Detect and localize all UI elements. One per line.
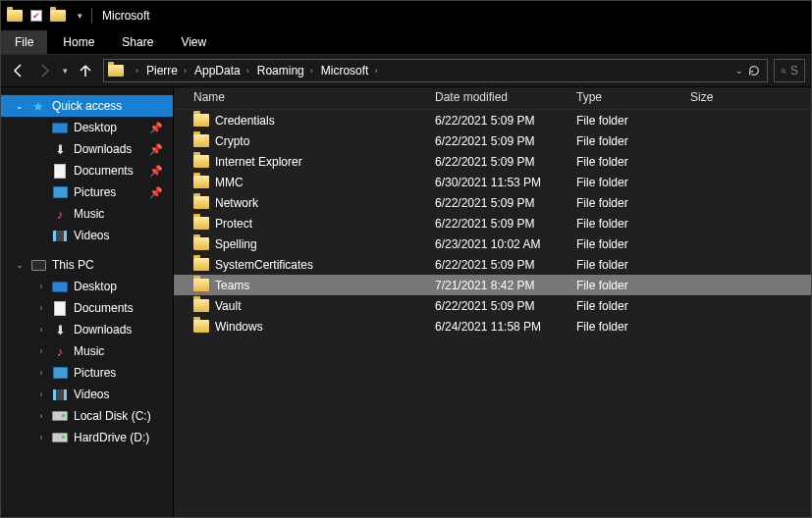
pin-icon: 📌 — [149, 143, 163, 156]
table-row[interactable]: Windows6/24/2021 11:58 PMFile folder — [174, 316, 811, 337]
forward-button[interactable] — [32, 57, 56, 84]
folder-icon — [193, 319, 209, 335]
table-row[interactable]: Crypto6/22/2021 5:09 PMFile folder — [174, 130, 811, 151]
sidebar-item-pictures[interactable]: ›Pictures — [1, 362, 173, 384]
table-row[interactable]: MMC6/30/2021 11:53 PMFile folder — [174, 172, 811, 192]
sidebar-item-label: Music — [74, 207, 173, 221]
music-icon: ♪ — [52, 206, 68, 222]
file-type: File folder — [570, 114, 684, 128]
nav-pane: ⌄ ★ Quick access Desktop📌⬇Downloads📌Docu… — [1, 87, 174, 518]
sidebar-item-downloads[interactable]: ⬇Downloads📌 — [1, 138, 173, 160]
folder-icon — [193, 113, 209, 129]
new-folder-icon[interactable] — [50, 8, 66, 24]
sidebar-item-documents[interactable]: ›Documents — [1, 297, 173, 319]
search-box[interactable]: S — [774, 59, 805, 82]
file-name: Network — [215, 196, 258, 210]
pic-icon — [52, 184, 68, 200]
sidebar-item-videos[interactable]: Videos — [1, 225, 173, 246]
file-type: File folder — [570, 320, 684, 334]
address-dropdown-icon[interactable]: ⌄ — [735, 66, 743, 76]
file-date: 6/24/2021 11:58 PM — [429, 320, 570, 334]
table-row[interactable]: Network6/22/2021 5:09 PMFile folder — [174, 192, 811, 213]
column-headers: Name Date modified Type Size — [174, 87, 811, 110]
col-size[interactable]: Size — [684, 90, 763, 104]
app-folder-icon — [7, 8, 23, 24]
tab-view[interactable]: View — [167, 30, 220, 54]
folder-icon — [193, 175, 209, 190]
sidebar-item-label: Videos — [74, 388, 173, 401]
separator — [91, 8, 92, 24]
tab-file[interactable]: File — [1, 30, 47, 54]
crumb-microsoft[interactable]: Microsoft› — [317, 60, 382, 81]
crumb-roaming[interactable]: Roaming› — [253, 60, 317, 81]
table-row[interactable]: Spelling6/23/2021 10:02 AMFile folder — [174, 233, 811, 254]
sidebar-item-label: Desktop — [74, 121, 143, 134]
doc-icon — [52, 300, 68, 316]
up-button[interactable] — [74, 57, 97, 84]
sidebar-item-videos[interactable]: ›Videos — [1, 384, 173, 405]
file-type: File folder — [570, 299, 684, 313]
file-type: File folder — [570, 134, 684, 148]
tab-share[interactable]: Share — [108, 30, 167, 54]
col-name[interactable]: Name — [188, 90, 429, 104]
file-date: 7/21/2021 8:42 PM — [429, 279, 570, 292]
file-type: File folder — [570, 155, 684, 169]
table-row[interactable]: Internet Explorer6/22/2021 5:09 PMFile f… — [174, 151, 811, 172]
pc-icon — [30, 257, 46, 273]
sidebar-item-music[interactable]: ›♪Music — [1, 340, 173, 362]
back-button[interactable] — [7, 57, 30, 84]
sidebar-item-documents[interactable]: Documents📌 — [1, 160, 173, 181]
search-placeholder: S — [790, 64, 798, 78]
file-date: 6/22/2021 5:09 PM — [429, 134, 570, 148]
sidebar-item-label: Music — [74, 344, 173, 358]
col-type[interactable]: Type — [570, 90, 684, 104]
crumb-pierre[interactable]: Pierre› — [142, 60, 190, 81]
qat-dropdown-icon[interactable]: ▾ — [72, 8, 87, 24]
file-name: MMC — [215, 176, 244, 189]
star-icon: ★ — [30, 98, 46, 114]
table-row[interactable]: Vault6/22/2021 5:09 PMFile folder — [174, 295, 811, 316]
crumb-appdata[interactable]: AppData› — [190, 60, 253, 81]
recent-dropdown[interactable]: ▾ — [58, 57, 72, 84]
sidebar-item-music[interactable]: ♪Music — [1, 203, 173, 225]
sidebar-item-pictures[interactable]: Pictures📌 — [1, 181, 173, 203]
sidebar-quick-access[interactable]: ⌄ ★ Quick access — [1, 95, 173, 117]
video-icon — [52, 387, 68, 402]
sidebar-item-local-disk-c-[interactable]: ›Local Disk (C:) — [1, 405, 173, 427]
file-date: 6/22/2021 5:09 PM — [429, 196, 570, 210]
sidebar-item-downloads[interactable]: ›⬇Downloads — [1, 319, 173, 340]
desktop-icon — [52, 279, 68, 294]
downloads-icon: ⬇ — [52, 141, 68, 157]
properties-icon[interactable]: ✔ — [28, 8, 44, 24]
tab-home[interactable]: Home — [49, 30, 108, 54]
file-type: File folder — [570, 258, 684, 272]
sidebar-item-desktop[interactable]: ›Desktop — [1, 276, 173, 297]
table-row[interactable]: Teams7/21/2021 8:42 PMFile folder — [174, 275, 811, 295]
sidebar-item-harddrive-d-[interactable]: ›HardDrive (D:) — [1, 427, 173, 448]
address-bar[interactable]: › Pierre› AppData› Roaming› Microsoft› ⌄ — [103, 59, 768, 82]
pin-icon: 📌 — [149, 186, 163, 199]
folder-icon — [193, 257, 209, 273]
sidebar-item-label: Pictures — [74, 366, 173, 380]
file-name: Spelling — [215, 237, 257, 251]
sidebar-item-label: Videos — [74, 229, 173, 242]
sidebar-item-label: Documents — [74, 301, 173, 315]
sidebar-label: This PC — [52, 258, 173, 272]
window-title: Microsoft — [102, 9, 150, 23]
folder-icon — [193, 195, 209, 211]
file-name: Internet Explorer — [215, 155, 302, 169]
svg-line-1 — [785, 72, 785, 73]
table-row[interactable]: SystemCertificates6/22/2021 5:09 PMFile … — [174, 254, 811, 275]
file-date: 6/22/2021 5:09 PM — [429, 299, 570, 313]
refresh-button[interactable] — [747, 64, 761, 78]
address-folder-icon — [108, 63, 124, 78]
drive-icon — [52, 430, 68, 445]
title-bar: ✔ ▾ Microsoft — [1, 1, 811, 30]
table-row[interactable]: Protect6/22/2021 5:09 PMFile folder — [174, 213, 811, 233]
table-row[interactable]: Credentials6/22/2021 5:09 PMFile folder — [174, 110, 811, 130]
search-icon — [781, 65, 786, 78]
sidebar-this-pc[interactable]: ⌄ This PC — [1, 254, 173, 276]
col-date[interactable]: Date modified — [429, 90, 570, 104]
crumb-chevron-root[interactable]: › — [126, 60, 142, 81]
sidebar-item-desktop[interactable]: Desktop📌 — [1, 117, 173, 138]
